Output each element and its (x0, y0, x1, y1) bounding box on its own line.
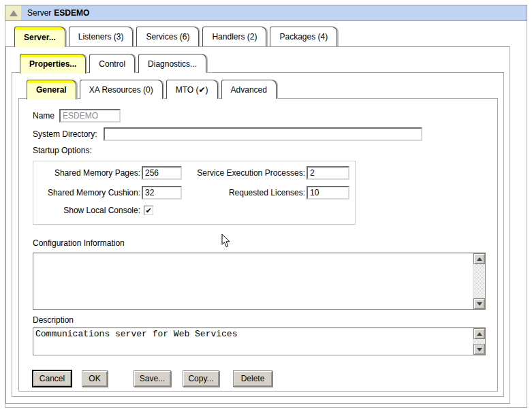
copy-button[interactable]: Copy... (183, 370, 219, 387)
page-title: ServerESDEMO (27, 8, 89, 18)
scrollbar-up-button[interactable] (473, 253, 485, 264)
mouse-cursor-icon (221, 234, 231, 248)
action-button-row: Cancel OK Save... Copy... Delete (33, 370, 272, 387)
tab-mto[interactable]: MTO (✔) (166, 80, 218, 99)
requested-licenses-field[interactable] (307, 186, 349, 200)
startup-row-2: Shared Memory Cushion: Requested License… (33, 186, 355, 200)
shared-memory-pages-label: Shared Memory Pages: (33, 168, 140, 178)
show-local-console-label: Show Local Console: (33, 206, 140, 215)
config-scrollbar (473, 253, 485, 309)
requested-licenses-label: Requested Licenses: (182, 188, 305, 197)
tab-strip-level1: Server... Listeners (3) Services (6) Han… (14, 27, 337, 46)
save-button[interactable]: Save... (134, 370, 171, 387)
description-textarea[interactable]: Communications server for Web Services (33, 328, 473, 355)
scrollbar-down-button[interactable] (473, 344, 485, 355)
scrollbar-track[interactable] (473, 339, 485, 344)
description-scrollbar (473, 328, 485, 355)
shared-memory-cushion-label: Shared Memory Cushion: (33, 188, 140, 197)
tab-general[interactable]: General (27, 80, 76, 99)
tab-server[interactable]: Server... (14, 27, 65, 47)
description-textarea-wrap: Communications server for Web Services (33, 328, 486, 355)
tab-advanced[interactable]: Advanced (221, 80, 277, 99)
ok-button[interactable]: OK (82, 370, 108, 387)
name-label: Name (33, 111, 54, 121)
tab-strip-level3: General XA Resources (0) MTO (✔) Advance… (27, 80, 277, 99)
tab-xa-resources[interactable]: XA Resources (0) (80, 80, 163, 99)
scrollbar-up-button[interactable] (473, 328, 485, 339)
startup-options-label: Startup Options: (33, 146, 92, 155)
check-icon: ✔ (145, 207, 151, 214)
shared-memory-pages-field[interactable] (142, 166, 182, 180)
tab-listeners[interactable]: Listeners (3) (69, 27, 134, 46)
collapse-toggle[interactable] (5, 5, 21, 20)
admin-console-page: ServerESDEMO Server... Listeners (3) Ser… (0, 0, 532, 414)
system-directory-row: System Directory: (33, 127, 422, 141)
service-execution-processes-label: Service Execution Processes: (182, 168, 305, 178)
triangle-down-icon (477, 302, 482, 306)
triangle-up-icon (10, 10, 18, 16)
tab-services[interactable]: Services (6) (136, 27, 199, 46)
cancel-button[interactable]: Cancel (33, 370, 72, 387)
page-title-prefix: Server (27, 8, 51, 18)
delete-button[interactable]: Delete (233, 370, 272, 387)
description-label: Description (33, 315, 74, 325)
service-execution-processes-field[interactable] (307, 166, 349, 180)
configuration-information-label: Configuration Information (33, 238, 125, 248)
name-row: Name (33, 108, 121, 123)
startup-row-3: Show Local Console: ✔ (33, 206, 355, 215)
server-header-bar: ServerESDEMO (5, 5, 527, 21)
scrollbar-track[interactable] (473, 264, 485, 298)
triangle-up-icon (477, 257, 482, 261)
shared-memory-cushion-field[interactable] (142, 186, 182, 200)
show-local-console-checkbox[interactable]: ✔ (144, 206, 153, 215)
configuration-information-textarea[interactable] (33, 253, 473, 309)
system-directory-field[interactable] (104, 127, 422, 141)
tab-packages[interactable]: Packages (4) (270, 27, 337, 46)
tab-strip-level2: Properties... Control Diagnostics... (20, 54, 206, 73)
startup-options-group: Shared Memory Pages: Service Execution P… (33, 161, 356, 225)
system-directory-label: System Directory: (33, 129, 97, 139)
scrollbar-down-button[interactable] (473, 298, 485, 309)
tab-properties[interactable]: Properties... (20, 54, 86, 74)
tab-diagnostics[interactable]: Diagnostics... (138, 54, 206, 73)
tab-control[interactable]: Control (89, 54, 135, 73)
tab-handlers[interactable]: Handlers (2) (202, 27, 266, 46)
server-name: ESDEMO (54, 8, 89, 18)
configuration-information-textarea-wrap (33, 253, 486, 310)
triangle-up-icon (477, 332, 482, 336)
triangle-down-icon (477, 348, 482, 351)
startup-row-1: Shared Memory Pages: Service Execution P… (33, 166, 355, 180)
name-field[interactable] (59, 109, 121, 123)
